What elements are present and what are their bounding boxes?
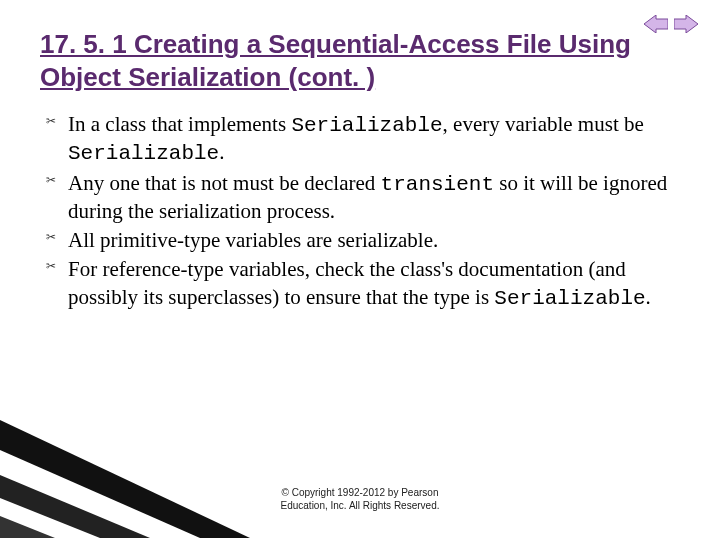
code-text: transient bbox=[381, 173, 494, 196]
list-item: For reference-type variables, check the … bbox=[46, 256, 680, 312]
slide-title: 17. 5. 1 Creating a Sequential-Access Fi… bbox=[40, 28, 680, 93]
list-item: Any one that is not must be declared tra… bbox=[46, 170, 680, 226]
prev-arrow-icon[interactable] bbox=[644, 14, 668, 34]
nav-arrows bbox=[644, 14, 698, 34]
bullet-list: In a class that implements Serializable,… bbox=[46, 111, 680, 312]
svg-marker-6 bbox=[0, 516, 55, 538]
list-item: All primitive-type variables are seriali… bbox=[46, 227, 680, 254]
text: . bbox=[646, 285, 651, 309]
next-arrow-icon[interactable] bbox=[674, 14, 698, 34]
slide-body: In a class that implements Serializable,… bbox=[40, 111, 680, 312]
slide: 17. 5. 1 Creating a Sequential-Access Fi… bbox=[0, 0, 720, 540]
copyright-line: Education, Inc. All Rights Reserved. bbox=[0, 499, 720, 512]
svg-marker-1 bbox=[674, 15, 698, 33]
svg-marker-0 bbox=[644, 15, 668, 33]
copyright-line: © Copyright 1992-2012 by Pearson bbox=[0, 486, 720, 499]
text: Any one that is not must be declared bbox=[68, 171, 381, 195]
list-item: In a class that implements Serializable,… bbox=[46, 111, 680, 168]
copyright: © Copyright 1992-2012 by Pearson Educati… bbox=[0, 486, 720, 512]
svg-marker-2 bbox=[0, 420, 250, 538]
text: In a class that implements bbox=[68, 112, 291, 136]
code-text: Serializable bbox=[68, 142, 219, 165]
code-text: Serializable bbox=[494, 287, 645, 310]
corner-decoration-icon bbox=[0, 420, 260, 540]
text: , every variable must be bbox=[443, 112, 644, 136]
text: All primitive-type variables are seriali… bbox=[68, 228, 438, 252]
code-text: Serializable bbox=[291, 114, 442, 137]
text: . bbox=[219, 140, 224, 164]
